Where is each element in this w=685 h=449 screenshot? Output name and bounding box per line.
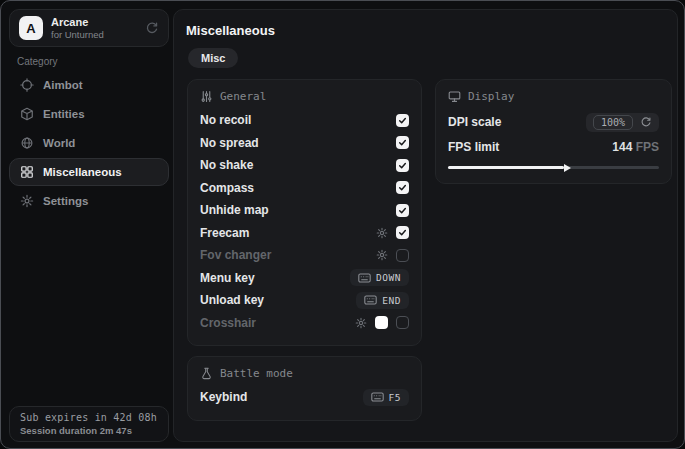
crosshair-checkbox[interactable] (396, 316, 409, 329)
check-icon (398, 183, 407, 192)
setting-label: Menu key (200, 271, 255, 285)
compass-checkbox[interactable] (396, 181, 409, 194)
fps-limit-slider[interactable] (448, 162, 659, 172)
no-spread-checkbox[interactable] (396, 136, 409, 149)
no-recoil-checkbox[interactable] (396, 114, 409, 127)
sidebar-nav: Aimbot Entities World (9, 71, 169, 216)
page-title: Miscellaneous (186, 23, 275, 38)
brand-text: Arcane for Unturned (51, 16, 104, 40)
check-icon (398, 228, 407, 237)
sliders-icon (200, 90, 213, 103)
keyboard-icon (364, 295, 377, 305)
freecam-settings-gear-icon[interactable] (376, 227, 388, 239)
sidebar-item-label: Miscellaneous (43, 166, 122, 178)
brand-title: Arcane (51, 16, 104, 28)
reset-icon[interactable] (640, 116, 652, 128)
slider-thumb[interactable] (564, 164, 571, 172)
setting-row-fov-changer: Fov changer (200, 244, 409, 267)
app-logo: A (19, 16, 43, 40)
sidebar-item-world[interactable]: World (9, 129, 169, 157)
app-window: A Arcane for Unturned Category Aimbot (0, 0, 685, 449)
cube-icon (20, 107, 34, 121)
category-label: Category (17, 56, 58, 67)
setting-row-menu-key: Menu key DOWN (200, 267, 409, 290)
setting-label: DPI scale (448, 115, 501, 129)
crosshair-settings-gear-icon[interactable] (355, 317, 367, 329)
card-title: Display (468, 90, 514, 103)
refresh-icon[interactable] (145, 21, 159, 35)
unhide-map-checkbox[interactable] (396, 204, 409, 217)
monitor-icon (448, 90, 461, 103)
battle-keybind-button[interactable]: F5 (363, 389, 409, 406)
setting-row-unload-key: Unload key END (200, 289, 409, 312)
sidebar: A Arcane for Unturned Category Aimbot (1, 1, 173, 448)
fov-changer-checkbox[interactable] (396, 249, 409, 262)
setting-row-keybind: Keybind F5 (200, 386, 409, 409)
sidebar-item-label: Settings (43, 195, 88, 207)
general-card: General No recoil No spread (187, 79, 422, 346)
right-column: Display DPI scale 100% (435, 79, 672, 184)
subscription-status: Sub expires in 42d 08h (20, 412, 158, 423)
sidebar-item-label: Entities (43, 108, 85, 120)
dpi-scale-control[interactable]: 100% (586, 113, 659, 132)
display-card-header: Display (448, 90, 659, 103)
keyboard-icon (371, 392, 384, 402)
unload-key-button[interactable]: END (356, 292, 409, 309)
setting-label: Unload key (200, 293, 264, 307)
crosshair-color-swatch[interactable] (375, 316, 388, 329)
freecam-checkbox[interactable] (396, 226, 409, 239)
setting-label: FPS limit (448, 140, 499, 154)
general-card-header: General (200, 90, 409, 103)
card-title: Battle mode (220, 367, 293, 380)
setting-label: Crosshair (200, 316, 256, 330)
setting-label: Unhide map (200, 203, 269, 217)
brand-card: A Arcane for Unturned (9, 9, 169, 47)
keyboard-icon (358, 273, 371, 283)
check-icon (398, 161, 407, 170)
setting-row-compass: Compass (200, 177, 409, 200)
setting-label: Freecam (200, 226, 249, 240)
battle-mode-card: Battle mode Keybind F5 (187, 356, 422, 421)
sidebar-item-entities[interactable]: Entities (9, 100, 169, 128)
keybind-value: DOWN (376, 272, 401, 283)
setting-row-fps-limit: FPS limit 144 FPS (448, 137, 659, 157)
sidebar-item-settings[interactable]: Settings (9, 187, 169, 215)
sidebar-item-label: Aimbot (43, 79, 83, 91)
setting-label: No shake (200, 158, 253, 172)
no-shake-checkbox[interactable] (396, 159, 409, 172)
flask-icon (200, 367, 213, 380)
brand-subtitle: for Unturned (51, 29, 104, 40)
setting-label: No spread (200, 136, 259, 150)
slider-fill (448, 166, 564, 169)
tab-misc[interactable]: Misc (188, 48, 238, 68)
menu-key-button[interactable]: DOWN (350, 269, 409, 286)
main-panel: Miscellaneous Misc General (173, 9, 678, 442)
battle-card-header: Battle mode (200, 367, 409, 380)
setting-row-no-spread: No spread (200, 132, 409, 155)
sidebar-item-aimbot[interactable]: Aimbot (9, 71, 169, 99)
status-card: Sub expires in 42d 08h Session duration … (9, 406, 169, 442)
check-icon (398, 206, 407, 215)
setting-row-dpi-scale: DPI scale 100% (448, 109, 659, 135)
crosshair-icon (20, 78, 34, 92)
grid-icon (20, 165, 34, 179)
setting-row-crosshair: Crosshair (200, 312, 409, 335)
keybind-value: END (382, 295, 401, 306)
setting-label: Fov changer (200, 248, 271, 262)
display-card: Display DPI scale 100% (435, 79, 672, 184)
setting-label: Keybind (200, 390, 247, 404)
setting-row-no-shake: No shake (200, 154, 409, 177)
sidebar-item-miscellaneous[interactable]: Miscellaneous (9, 158, 169, 186)
dpi-value: 100% (593, 115, 633, 130)
setting-label: No recoil (200, 113, 251, 127)
fps-unit: FPS (636, 140, 659, 154)
fov-settings-gear-icon[interactable] (376, 249, 388, 261)
check-icon (398, 116, 407, 125)
content-columns: General No recoil No spread (187, 79, 672, 421)
setting-label: Compass (200, 181, 254, 195)
setting-row-unhide-map: Unhide map (200, 199, 409, 222)
keybind-value: F5 (389, 392, 401, 403)
session-duration: Session duration 2m 47s (20, 425, 158, 436)
sidebar-item-label: World (43, 137, 75, 149)
fps-value: 144 FPS (612, 140, 659, 154)
